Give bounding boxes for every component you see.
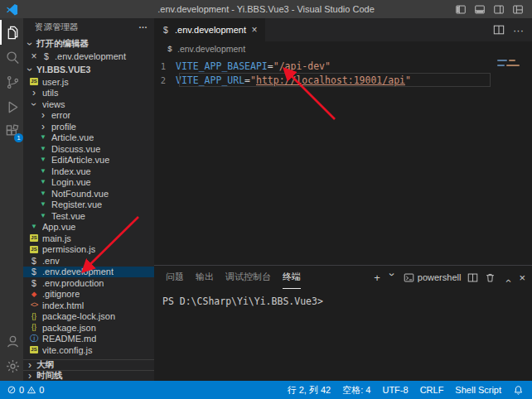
chevron-right-icon: › [29, 88, 39, 98]
tree-item-editarticle.vue[interactable]: ▼EditArticle.vue [23, 155, 154, 166]
editor[interactable]: 1VITE_APP_BASEAPI="/api-dev"2VITE_APP_UR… [154, 56, 532, 265]
tree-item-user.js[interactable]: JSuser.js [23, 76, 154, 88]
indentation[interactable]: 空格: 4 [342, 384, 370, 397]
url-link[interactable]: http://localhost:19001/api [256, 75, 405, 86]
tree-item-main.js[interactable]: JSmain.js [23, 233, 154, 244]
warning-icon [27, 385, 36, 395]
kill-terminal-icon[interactable] [485, 272, 496, 283]
panel-tab-terminal[interactable]: 终端 [283, 266, 301, 289]
tree-item-register.vue[interactable]: ▼Register.vue [23, 200, 154, 211]
tree-item-label: Article.vue [51, 132, 94, 142]
tree-item-readme.md[interactable]: ⓘREADME.md [23, 334, 154, 345]
encoding[interactable]: UTF-8 [382, 385, 408, 395]
project-header[interactable]: › YI.BBS.VUE3 [23, 62, 154, 76]
activity-run-debug-button[interactable] [0, 94, 23, 119]
tree-item-package-lock.json[interactable]: {}package-lock.json [23, 311, 154, 323]
tree-item-index.vue[interactable]: ▼Index.vue [23, 166, 154, 177]
terminal[interactable]: PS D:\CSharp\Yi\Yi.BBS.Vue3> [154, 289, 532, 381]
split-terminal-icon[interactable] [467, 272, 478, 283]
chevron-down-icon: › [25, 39, 35, 49]
file-tree: JSuser.js›utils›views›error›profile▼Arti… [23, 76, 154, 356]
new-terminal-icon[interactable]: + [374, 272, 380, 283]
tree-item-views[interactable]: ›views [23, 99, 154, 110]
code-token: VITE_APP_URL [176, 75, 244, 86]
tree-item-discuss.vue[interactable]: ▼Discuss.vue [23, 143, 154, 155]
tree-item-label: .env.production [42, 278, 104, 288]
activity-explorer-button[interactable] [0, 20, 23, 45]
panel-tab-output[interactable]: 输出 [196, 266, 214, 289]
activity-extensions-button[interactable]: 1 [0, 119, 23, 144]
minimap[interactable] [494, 56, 532, 265]
cursor-position[interactable]: 行 2, 列 42 [288, 384, 331, 397]
explorer-sidebar: 资源管理器 ··· › 打开的编辑器 × $ .env.development … [23, 18, 154, 381]
open-editor-item[interactable]: × $ .env.development [23, 50, 154, 62]
vue-icon: ▼ [38, 146, 48, 152]
js-icon: JS [30, 346, 38, 353]
toggle-sidebar-icon[interactable] [455, 4, 467, 15]
toggle-panel-icon[interactable] [474, 4, 486, 15]
timeline-section-header[interactable]: › 时间线 [23, 370, 154, 381]
tree-item-label: .env [42, 256, 60, 266]
tree-item-test.vue[interactable]: ▼Test.vue [23, 210, 154, 222]
code-token: = [244, 75, 250, 86]
env-icon: $ [29, 267, 39, 276]
tree-item-error[interactable]: ›error [23, 110, 154, 122]
tree-item-login.vue[interactable]: ▼Login.vue [23, 177, 154, 189]
js-icon: JS [30, 246, 38, 253]
activity-source-control-button[interactable] [0, 70, 23, 94]
tree-item-notfound.vue[interactable]: ▼NotFound.vue [23, 188, 154, 200]
info-icon: ⓘ [29, 334, 39, 343]
chevron-down-icon: › [25, 65, 35, 75]
code-line-2[interactable]: 2VITE_APP_URL="http://localhost:19001/ap… [154, 73, 532, 87]
problems-status[interactable]: 0 0 [7, 385, 44, 395]
tree-item-vite.config.js[interactable]: JSvite.config.js [23, 344, 154, 356]
tree-item-.env.production[interactable]: $.env.production [23, 277, 154, 289]
open-editors-header[interactable]: › 打开的编辑器 [23, 36, 154, 50]
outline-section-header[interactable]: › 大纲 [23, 359, 154, 370]
code-token: "/api-dev" [273, 60, 331, 72]
activity-settings-button[interactable] [0, 353, 23, 378]
split-editor-icon[interactable] [493, 24, 505, 36]
tree-item-label: Index.vue [51, 166, 91, 176]
tree-item-article.vue[interactable]: ▼Article.vue [23, 132, 154, 144]
code-line-1[interactable]: 1VITE_APP_BASEAPI="/api-dev" [154, 59, 532, 73]
tree-item-app.vue[interactable]: ▼App.vue [23, 222, 154, 233]
tab-env-development[interactable]: $ .env.development × [154, 18, 265, 41]
close-tab-icon[interactable]: × [250, 25, 259, 35]
tree-item-package.json[interactable]: {}package.json [23, 322, 154, 334]
eol[interactable]: CRLF [420, 385, 444, 395]
customize-layout-icon[interactable] [512, 4, 524, 15]
close-panel-icon[interactable]: × [519, 272, 525, 283]
vue-icon: ▼ [38, 156, 48, 163]
tree-item-permission.js[interactable]: JSpermission.js [23, 244, 154, 256]
tree-item-.env[interactable]: $.env [23, 255, 154, 267]
tree-item-utils[interactable]: ›utils [23, 88, 154, 99]
panel-tab-debug-console[interactable]: 调试控制台 [225, 266, 271, 289]
tree-item-.env.development[interactable]: $.env.development [23, 267, 154, 278]
panel-tab-problems[interactable]: 问题 [166, 266, 184, 289]
more-actions-icon[interactable]: ··· [139, 22, 148, 32]
breadcrumb[interactable]: $ .env.development [154, 41, 532, 56]
activity-search-button[interactable] [0, 45, 23, 70]
terminal-dropdown-icon[interactable]: › [386, 272, 397, 282]
toggle-secondary-sidebar-icon[interactable] [493, 4, 505, 15]
more-actions-icon[interactable]: ··· [513, 24, 524, 36]
activity-account-button[interactable] [0, 329, 23, 353]
tree-item-profile[interactable]: ›profile [23, 121, 154, 132]
explorer-icon [5, 25, 21, 41]
terminal-instance-powershell[interactable]: powershell [404, 272, 462, 283]
activity-bar: 1 [0, 18, 23, 381]
extensions-badge: 1 [14, 133, 23, 142]
terminal-prompt: PS D:\CSharp\Yi\Yi.BBS.Vue3> [162, 296, 323, 307]
tree-item-.gitignore[interactable]: ◆.gitignore [23, 289, 154, 300]
tree-item-label: .gitignore [42, 289, 80, 299]
terminal-icon [404, 272, 414, 283]
status-bar: 0 0 行 2, 列 42 空格: 4 UTF-8 CRLF Shell Scr… [0, 381, 532, 399]
notifications-bell-icon[interactable] [513, 385, 524, 396]
language-mode[interactable]: Shell Script [455, 385, 501, 395]
tree-item-index.html[interactable]: <>index.html [23, 300, 154, 311]
maximize-panel-icon[interactable]: › [502, 272, 513, 282]
code-token: VITE_APP_BASEAPI [176, 60, 268, 72]
window-title: .env.development - Yi.BBS.Vue3 - Visual … [157, 4, 375, 14]
close-icon[interactable]: × [30, 51, 38, 61]
